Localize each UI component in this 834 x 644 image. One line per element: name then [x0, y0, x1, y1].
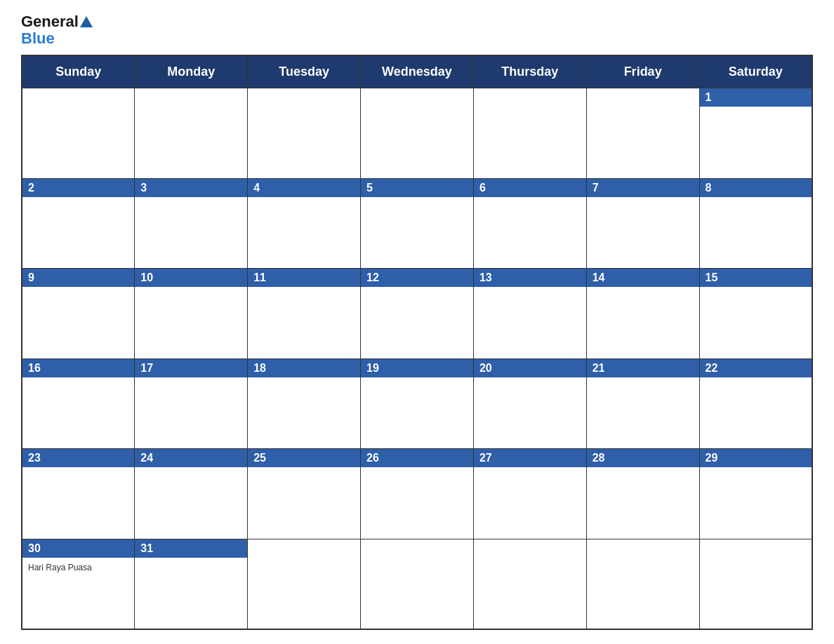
- calendar-cell: 25: [248, 449, 361, 539]
- calendar-cell: 3: [135, 178, 248, 269]
- day-header-sunday: Sunday: [22, 55, 135, 88]
- calendar-cell: 6: [473, 178, 586, 269]
- calendar-cell: 30Hari Raya Puasa: [22, 539, 135, 629]
- calendar-cell: 28: [586, 449, 699, 539]
- day-header-thursday: Thursday: [473, 55, 586, 88]
- day-number: 23: [22, 449, 134, 467]
- day-number: 16: [22, 359, 134, 377]
- day-number: 15: [700, 269, 812, 287]
- calendar-week-row: 16171819202122: [22, 358, 812, 449]
- calendar-week-row: 2345678: [22, 178, 812, 269]
- calendar-week-row: 1: [22, 88, 812, 179]
- calendar-cell: 11: [248, 269, 361, 359]
- day-number: 31: [135, 539, 247, 558]
- day-number: 26: [361, 449, 473, 467]
- day-number: 4: [248, 179, 360, 197]
- day-number: 7: [587, 179, 699, 197]
- calendar-week-row: 30Hari Raya Puasa31: [22, 539, 812, 629]
- day-number: 18: [248, 359, 360, 377]
- calendar-cell: 13: [473, 269, 586, 359]
- calendar-cell: [135, 88, 248, 179]
- day-header-wednesday: Wednesday: [361, 55, 474, 88]
- day-number: 12: [361, 269, 473, 287]
- calendar-header-row: SundayMondayTuesdayWednesdayThursdayFrid…: [22, 55, 812, 88]
- calendar-cell: [586, 88, 699, 179]
- calendar-cell: [361, 539, 474, 629]
- day-number: 6: [474, 179, 586, 197]
- calendar-week-row: 9101112131415: [22, 269, 812, 359]
- day-header-monday: Monday: [135, 55, 248, 88]
- logo-blue-text: Blue: [21, 29, 55, 48]
- calendar-cell: 24: [135, 449, 248, 539]
- calendar-cell: 21: [586, 358, 699, 449]
- day-header-tuesday: Tuesday: [248, 55, 361, 88]
- calendar-cell: [473, 539, 586, 629]
- day-number: 25: [248, 449, 360, 467]
- day-number: 20: [474, 359, 586, 377]
- calendar-cell: 14: [586, 269, 699, 359]
- day-number: 11: [248, 269, 360, 287]
- calendar-cell: 12: [361, 269, 474, 359]
- calendar-cell: 22: [699, 358, 812, 449]
- day-number: 13: [474, 269, 586, 287]
- calendar-week-row: 23242526272829: [22, 449, 812, 539]
- day-number: 19: [361, 359, 473, 377]
- calendar-cell: 5: [361, 178, 474, 269]
- calendar-cell: 26: [361, 449, 474, 539]
- day-number: 29: [700, 449, 812, 467]
- day-header-friday: Friday: [586, 55, 699, 88]
- calendar-cell: [586, 539, 699, 629]
- calendar-cell: 31: [135, 539, 248, 629]
- day-number: 22: [700, 359, 812, 377]
- calendar-cell: 2: [22, 178, 135, 269]
- calendar-cell: [248, 88, 361, 179]
- day-number: 8: [700, 179, 812, 197]
- calendar-cell: [361, 88, 474, 179]
- calendar-cell: 29: [699, 449, 812, 539]
- day-number: 28: [587, 449, 699, 467]
- calendar-cell: [473, 88, 586, 179]
- calendar-cell: 20: [473, 358, 586, 449]
- calendar-cell: [248, 539, 361, 629]
- day-number: 10: [135, 269, 247, 287]
- calendar-cell: [699, 539, 812, 629]
- calendar-cell: 23: [22, 449, 135, 539]
- calendar-cell: 17: [135, 358, 248, 449]
- logo-general-text: General: [21, 14, 79, 29]
- calendar-cell: 4: [248, 178, 361, 269]
- day-number: 27: [474, 449, 586, 467]
- day-number: 5: [361, 179, 473, 197]
- calendar-cell: 1: [699, 88, 812, 179]
- calendar-cell: 27: [473, 449, 586, 539]
- day-number: 30: [22, 539, 134, 558]
- day-number: 3: [135, 179, 247, 197]
- calendar-cell: 16: [22, 358, 135, 449]
- calendar-cell: 15: [699, 269, 812, 359]
- day-number: 2: [22, 179, 134, 197]
- calendar-cell: 8: [699, 178, 812, 269]
- calendar-table: SundayMondayTuesdayWednesdayThursdayFrid…: [21, 55, 813, 630]
- calendar-cell: 18: [248, 358, 361, 449]
- day-number: 24: [135, 449, 247, 467]
- page-header: General Blue: [21, 14, 813, 48]
- calendar-cell: [22, 88, 135, 179]
- calendar-cell: 10: [135, 269, 248, 359]
- holiday-label: Hari Raya Puasa: [28, 563, 92, 572]
- day-header-saturday: Saturday: [699, 55, 812, 88]
- day-number: 1: [700, 88, 812, 107]
- day-number: 17: [135, 359, 247, 377]
- day-number: 14: [587, 269, 699, 287]
- logo-triangle-icon: [80, 16, 93, 27]
- day-number: 21: [587, 359, 699, 377]
- calendar-cell: 7: [586, 178, 699, 269]
- day-number: 9: [22, 269, 134, 287]
- calendar-cell: 19: [361, 358, 474, 449]
- calendar-cell: 9: [22, 269, 135, 359]
- logo: General Blue: [21, 14, 93, 48]
